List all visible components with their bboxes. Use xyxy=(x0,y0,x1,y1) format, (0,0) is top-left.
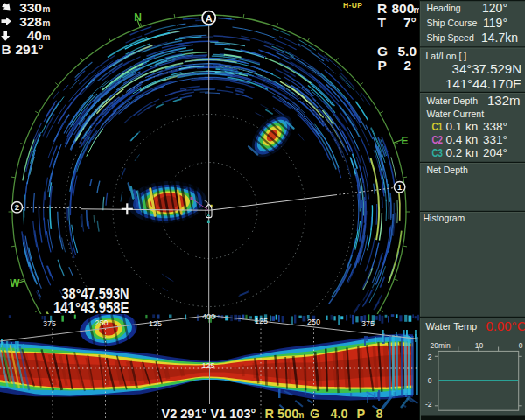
svg-text:G: G xyxy=(310,407,319,420)
svg-text:Water Current: Water Current xyxy=(427,108,485,119)
svg-text:Heading: Heading xyxy=(427,3,461,13)
svg-text:132m: 132m xyxy=(487,93,521,108)
svg-text:C1: C1 xyxy=(432,120,444,133)
svg-text:20min: 20min xyxy=(430,341,451,350)
svg-text:125: 125 xyxy=(149,319,162,328)
svg-text:2: 2 xyxy=(428,353,432,361)
svg-text:34°37.529N: 34°37.529N xyxy=(452,61,522,76)
svg-text:P: P xyxy=(357,407,366,420)
svg-text:0: 0 xyxy=(519,341,523,350)
svg-text:G: G xyxy=(377,44,388,59)
svg-text:W: W xyxy=(10,277,20,290)
svg-text:7°: 7° xyxy=(403,15,416,30)
svg-text:0.00°C: 0.00°C xyxy=(486,318,525,333)
svg-text:338°: 338° xyxy=(483,120,508,133)
svg-text:375: 375 xyxy=(361,319,374,328)
svg-text:V1 103°: V1 103° xyxy=(211,407,256,420)
svg-text:0.2 kn: 0.2 kn xyxy=(446,146,479,159)
svg-text:C3: C3 xyxy=(432,146,444,159)
svg-text:120°: 120° xyxy=(482,1,508,15)
svg-text:0.4 kn: 0.4 kn xyxy=(446,133,479,146)
svg-text:331°: 331° xyxy=(483,133,508,146)
svg-text:R: R xyxy=(377,1,387,16)
svg-text:10: 10 xyxy=(475,341,484,350)
svg-text:0: 0 xyxy=(428,376,432,385)
svg-text:800: 800 xyxy=(392,1,415,16)
svg-text:375: 375 xyxy=(43,319,56,328)
svg-text:m: m xyxy=(43,32,51,42)
svg-text:4.0: 4.0 xyxy=(331,407,348,420)
svg-text:E: E xyxy=(401,135,408,147)
svg-text:Ship Speed: Ship Speed xyxy=(427,32,474,43)
svg-text:R 500: R 500 xyxy=(265,407,299,420)
svg-text:V2 291°: V2 291° xyxy=(162,407,207,420)
svg-text:8: 8 xyxy=(376,407,383,420)
svg-text:291°: 291° xyxy=(16,42,44,57)
svg-text:N: N xyxy=(134,11,142,24)
svg-text:2: 2 xyxy=(404,58,412,73)
svg-text:250: 250 xyxy=(307,318,320,326)
svg-text:Water Depth: Water Depth xyxy=(427,95,479,106)
svg-text:5.0: 5.0 xyxy=(398,44,417,59)
svg-text:Lat/Lon [ ]: Lat/Lon [ ] xyxy=(426,51,467,61)
svg-text:Net Depth: Net Depth xyxy=(427,164,468,175)
svg-text:250: 250 xyxy=(94,318,108,327)
svg-text:204°: 204° xyxy=(483,146,508,159)
svg-text:m: m xyxy=(43,4,51,14)
svg-text:141°44.170E: 141°44.170E xyxy=(445,76,522,91)
svg-text:2: 2 xyxy=(15,202,19,212)
svg-text:Ship Course: Ship Course xyxy=(427,18,478,28)
svg-text:119°: 119° xyxy=(483,16,508,30)
svg-text:328: 328 xyxy=(19,14,42,29)
svg-text:m: m xyxy=(297,410,304,420)
svg-text:H-UP: H-UP xyxy=(343,1,362,10)
svg-text:125: 125 xyxy=(201,361,214,370)
svg-text:P: P xyxy=(378,58,387,73)
svg-text:m: m xyxy=(43,18,51,28)
svg-text:A: A xyxy=(206,13,213,24)
svg-text:0.1 kn: 0.1 kn xyxy=(446,120,479,133)
svg-text:-2: -2 xyxy=(425,400,432,409)
svg-text:14.7kn: 14.7kn xyxy=(481,31,518,45)
svg-text:C2: C2 xyxy=(432,133,444,146)
svg-text:T: T xyxy=(378,15,387,30)
svg-text:330: 330 xyxy=(19,0,42,15)
svg-text:Histogram: Histogram xyxy=(424,213,466,223)
svg-text:Water Temp: Water Temp xyxy=(426,321,478,332)
svg-text:B: B xyxy=(2,42,11,57)
svg-text:40: 40 xyxy=(27,28,42,43)
svg-text:1: 1 xyxy=(397,182,402,192)
svg-text:125: 125 xyxy=(255,317,268,326)
